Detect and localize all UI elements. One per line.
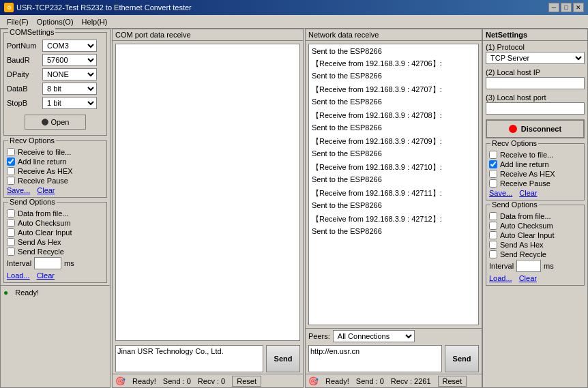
- com-send-input[interactable]: Jinan USR Technology Co., Ltd.: [115, 345, 263, 372]
- net-auto-clear-input-label: Auto Clear Input: [500, 231, 555, 239]
- com-send-as-hex-label: Send As Hex: [18, 238, 61, 246]
- net-recv-to-file-label: Receive to file...: [500, 151, 553, 159]
- net-ready-icon: 🎯: [308, 376, 319, 386]
- net-receive-as-hex-label: Receive As HEX: [500, 170, 555, 178]
- protocol-label: (1) Protocol: [486, 43, 585, 51]
- com-reset-button[interactable]: Reset: [232, 376, 261, 387]
- com-settings-title: COMSettings: [8, 28, 55, 36]
- net-save-button[interactable]: Save...: [489, 189, 512, 197]
- net-data-from-file-checkbox[interactable]: [489, 212, 497, 220]
- net-interval-input[interactable]: 1000: [516, 260, 541, 272]
- net-receive-pause-checkbox[interactable]: [489, 179, 497, 188]
- net-send-clear-button[interactable]: Clear: [519, 274, 537, 282]
- disconnect-red-dot: [509, 125, 517, 133]
- dpaity-select[interactable]: NONE: [42, 68, 97, 80]
- datab-select[interactable]: 8 bit: [42, 83, 97, 95]
- com-receive-pause-checkbox[interactable]: [7, 177, 15, 185]
- com-interval-input[interactable]: 1000: [34, 257, 61, 269]
- com-load-button[interactable]: Load...: [7, 271, 30, 280]
- peers-label: Peers:: [308, 332, 330, 340]
- local-host-port-input[interactable]: 8080: [486, 102, 585, 115]
- net-receive-as-hex-checkbox[interactable]: [489, 170, 497, 178]
- menu-help[interactable]: Help(H): [78, 16, 112, 27]
- net-send-recycle-checkbox[interactable]: [489, 250, 497, 258]
- net-send-recycle-label: Send Recycle: [500, 250, 546, 258]
- stopb-select[interactable]: 1 bit: [42, 97, 97, 109]
- net-send-options-title: Send Options: [490, 200, 539, 209]
- com-recv-options-group: Recv Options Receive to file... Add line…: [3, 140, 107, 198]
- disconnect-label: Disconnect: [521, 125, 561, 133]
- local-host-port-group: (3) Local host port 8080: [486, 93, 585, 115]
- com-recv-to-file-checkbox[interactable]: [7, 148, 15, 156]
- com-auto-clear-input-label: Auto Clear Input: [18, 228, 72, 237]
- net-recv-count: Recv : 2261: [391, 377, 431, 385]
- com-save-button[interactable]: Save...: [7, 186, 30, 194]
- com-status-bar: ● Ready!: [1, 285, 110, 299]
- net-send-as-hex-checkbox[interactable]: [489, 241, 497, 249]
- net-load-button[interactable]: Load...: [489, 274, 512, 282]
- net-auto-checksum-checkbox[interactable]: [489, 222, 497, 230]
- app-title: USR-TCP232-Test RS232 to Ethernet Conver…: [16, 3, 192, 12]
- portnum-select[interactable]: COM3: [42, 40, 97, 52]
- com-recv-count: Recv : 0: [198, 377, 225, 385]
- com-data-from-file-checkbox[interactable]: [7, 209, 15, 218]
- com-send-count: Send : 0: [163, 377, 191, 385]
- minimize-button[interactable]: ─: [548, 3, 559, 12]
- com-interval-label: Interval: [7, 259, 31, 267]
- net-settings-title: NetSettings: [483, 29, 587, 41]
- net-interval-label: Interval: [489, 262, 514, 270]
- net-reset-button[interactable]: Reset: [438, 376, 467, 387]
- net-add-line-return-label: Add line return: [500, 160, 549, 168]
- net-send-input[interactable]: http://en.usr.cn: [308, 345, 442, 372]
- peers-select[interactable]: All Connections: [333, 330, 415, 342]
- disconnect-button[interactable]: Disconnect: [486, 119, 585, 138]
- com-data-from-file-label: Data from file...: [18, 209, 69, 218]
- com-ready-text: Ready!: [132, 377, 156, 385]
- com-recv-clear-button[interactable]: Clear: [37, 186, 55, 194]
- net-data-from-file-label: Data from file...: [500, 212, 551, 220]
- com-receive-as-hex-label: Receive As HEX: [18, 167, 73, 175]
- peers-row: Peers: All Connections: [306, 328, 482, 344]
- net-recv-to-file-checkbox[interactable]: [489, 151, 497, 159]
- com-send-options-group: Send Options Data from file... Auto Chec…: [3, 202, 107, 283]
- com-send-area: Jinan USR Technology Co., Ltd. Send: [115, 345, 300, 372]
- net-recv-clear-button[interactable]: Clear: [519, 189, 537, 197]
- com-send-button[interactable]: Send: [266, 345, 300, 372]
- maximize-button[interactable]: □: [561, 3, 572, 12]
- left-panel: COMSettings PortNum COM3 BaudR 57600 DPa…: [0, 29, 111, 388]
- open-radio-dot: [42, 119, 48, 125]
- net-auto-clear-input-checkbox[interactable]: [489, 231, 497, 239]
- open-button[interactable]: Open: [25, 115, 86, 130]
- local-host-ip-input[interactable]: 192.168. 3 . 8: [486, 77, 585, 89]
- baudr-select[interactable]: 57600: [42, 54, 97, 66]
- protocol-select[interactable]: TCP Server: [486, 52, 585, 64]
- com-auto-clear-input-checkbox[interactable]: [7, 228, 15, 237]
- com-add-line-return-checkbox[interactable]: [7, 158, 15, 166]
- com-status-icon: ●: [3, 288, 8, 297]
- com-send-recycle-checkbox[interactable]: [7, 248, 15, 256]
- com-recv-to-file-label: Receive to file...: [18, 148, 71, 156]
- close-button[interactable]: ✕: [573, 3, 584, 12]
- net-send-as-hex-label: Send As Hex: [500, 241, 544, 249]
- net-send-button[interactable]: Send: [445, 345, 479, 372]
- menu-options[interactable]: Options(O): [33, 16, 78, 27]
- net-add-line-return-checkbox[interactable]: [489, 160, 497, 168]
- baudr-label: BaudR: [7, 56, 42, 64]
- local-host-ip-label: (2) Local host IP: [486, 68, 585, 76]
- menu-file[interactable]: File(F): [3, 16, 33, 27]
- net-recv-options-group: Recv Options Receive to file... Add line…: [486, 143, 585, 200]
- portnum-label: PortNum: [7, 42, 42, 50]
- com-receive-as-hex-checkbox[interactable]: [7, 167, 15, 175]
- com-send-recycle-label: Send Recycle: [18, 248, 64, 256]
- com-receive-pause-label: Receive Pause: [18, 177, 68, 185]
- com-send-as-hex-checkbox[interactable]: [7, 238, 15, 246]
- com-auto-checksum-checkbox[interactable]: [7, 219, 15, 227]
- com-bottom-status: 🎯 Ready! Send : 0 Recv : 0 Reset: [113, 374, 303, 387]
- com-recv-options-title: Recv Options: [8, 136, 56, 145]
- com-send-clear-button[interactable]: Clear: [37, 271, 55, 280]
- middle-panel: COM port data receive Jinan USR Technolo…: [112, 29, 304, 388]
- net-send-count: Send : 0: [356, 377, 384, 385]
- network-data-receive-area: Sent to the ESP8266【Receive from 192.168…: [308, 44, 479, 325]
- net-auto-checksum-label: Auto Checksum: [500, 222, 553, 230]
- app-icon: ⚙: [4, 3, 14, 12]
